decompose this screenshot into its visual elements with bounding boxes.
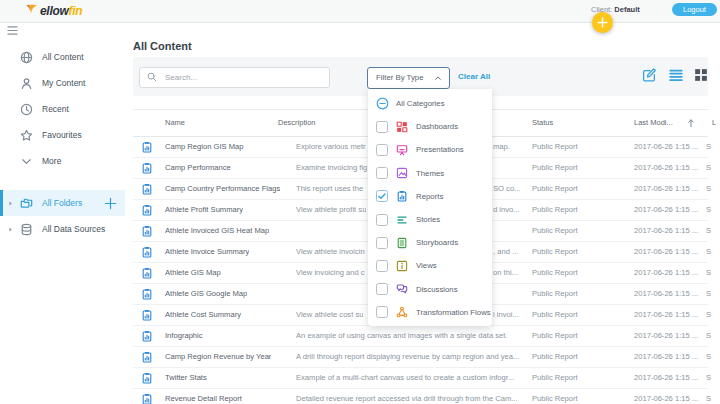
clear-all-link[interactable]: Clear All [458, 72, 490, 81]
row-description: View invoicing and c [296, 263, 365, 283]
checkbox-transformation-flows[interactable] [376, 306, 388, 318]
star-icon [20, 129, 33, 142]
sidebar: All ContentMy ContentRecentFavouritesMor… [0, 44, 125, 242]
edit-pencil-icon[interactable] [642, 68, 656, 82]
sidebar-item-favourites[interactable]: Favourites [0, 122, 125, 148]
sidebar-item-all-data-sources[interactable]: All Data Sources [0, 216, 125, 242]
sort-ascending-icon[interactable] [686, 118, 696, 128]
checkbox-reports[interactable] [376, 190, 388, 202]
filter-option-label: Transformation Flows [416, 308, 491, 317]
table-row[interactable]: Twitter StatsExample of a multi-chart ca… [133, 368, 708, 389]
sidebar-item-my-content[interactable]: My Content [0, 70, 125, 96]
menu-hamburger-icon[interactable] [6, 25, 19, 36]
table-row[interactable]: Camp Region Revenue by YearA drill throu… [133, 347, 708, 368]
checkbox-views[interactable] [376, 260, 388, 272]
table-row[interactable]: InfographicAn example of using canvas an… [133, 326, 708, 347]
checkbox-themes[interactable] [376, 167, 388, 179]
column-header-last-modified[interactable]: Last Modi... [634, 110, 673, 136]
filter-option-reports[interactable]: Reports [368, 185, 492, 208]
filter-by-type-dropdown-panel: All CategoriesDashboardsPresentationsThe… [368, 89, 492, 326]
row-extra-truncated: S [706, 326, 711, 346]
row-extra-truncated: S [706, 368, 711, 388]
column-header-description[interactable]: Description [278, 110, 316, 136]
filter-option-label: Storyboards [416, 238, 458, 247]
dashboards-icon [396, 121, 408, 133]
filter-option-label: Dashboards [416, 122, 458, 131]
grid-view-icon[interactable] [694, 68, 708, 82]
filter-option-label: Discussions [416, 285, 458, 294]
column-header-truncated[interactable]: L [712, 110, 716, 136]
views-icon [396, 260, 408, 272]
sidebar-item-label: All Content [42, 52, 84, 62]
yellowfin-logo-icon [24, 3, 39, 19]
row-extra-truncated: S [706, 347, 711, 367]
all-categories-indeterminate-icon[interactable] [376, 97, 389, 110]
row-name: Camp Performance [165, 158, 231, 178]
row-last-modified: 2017-06-26 1:15 ... [634, 158, 698, 178]
row-name: Twitter Stats [165, 368, 207, 388]
sidebar-item-all-folders[interactable]: All Folders [0, 190, 125, 216]
yellowfin-app: ellow fin Client: Default Logout All Con… [0, 0, 720, 404]
row-last-modified: 2017-06-26 1:15 ... [634, 242, 698, 262]
filter-option-presentations[interactable]: Presentations [368, 138, 492, 161]
filter-option-label: Stories [416, 215, 440, 224]
row-last-modified: 2017-06-26 1:15 ... [634, 305, 698, 325]
row-description-tail: d invo... [493, 200, 520, 220]
report-icon [141, 309, 153, 321]
row-extra-truncated: S [706, 263, 711, 283]
row-description: View athlete cost su [296, 305, 363, 325]
search-icon [147, 72, 157, 82]
table-row[interactable]: Revenue Detail ReportDetailed revenue re… [133, 389, 708, 404]
transformation-flows-icon [396, 306, 408, 318]
globe-icon [20, 51, 33, 64]
stories-icon [396, 214, 408, 226]
report-icon [141, 225, 153, 237]
discussions-icon [396, 283, 408, 295]
row-extra-truncated: S [706, 242, 711, 262]
row-status: Public Report [532, 347, 578, 367]
filter-option-dashboards[interactable]: Dashboards [368, 115, 492, 138]
checkbox-presentations[interactable] [376, 144, 388, 156]
list-view-icon[interactable] [669, 68, 683, 82]
filter-by-type-dropdown-button[interactable]: Filter By Type [367, 67, 450, 89]
search-box[interactable] [139, 67, 330, 88]
column-header-status[interactable]: Status [532, 110, 553, 136]
checkbox-discussions[interactable] [376, 283, 388, 295]
row-last-modified: 2017-06-26 1:15 ... [634, 221, 698, 241]
filter-option-themes[interactable]: Themes [368, 162, 492, 185]
sidebar-item-recent[interactable]: Recent [0, 96, 125, 122]
filter-option-stories[interactable]: Stories [368, 208, 492, 231]
row-description: This report uses the [296, 179, 363, 199]
row-extra-truncated: S [706, 221, 711, 241]
row-description: Detailed revenue report accessed via dri… [296, 389, 518, 404]
checkbox-dashboards[interactable] [376, 121, 388, 133]
logo-text-dark: ellow [40, 4, 69, 18]
column-header-name[interactable]: Name [165, 110, 185, 136]
row-description: View athlete invoicin [296, 242, 365, 262]
filter-option-transformation-flows[interactable]: Transformation Flows [368, 301, 492, 324]
row-extra-truncated: S [706, 284, 711, 304]
sidebar-item-label: All Folders [42, 198, 82, 208]
logout-button[interactable]: Logout [672, 3, 717, 16]
search-input[interactable] [163, 68, 327, 87]
row-last-modified: 2017-06-26 1:15 ... [634, 284, 698, 304]
checkbox-storyboards[interactable] [376, 237, 388, 249]
filter-option-all-categories[interactable]: All Categories [368, 92, 492, 115]
report-icon [141, 141, 153, 153]
row-description: Explore various metr [296, 137, 366, 157]
checkbox-stories[interactable] [376, 214, 388, 226]
report-icon [141, 162, 153, 174]
caret-right-icon [7, 226, 14, 233]
sidebar-item-more[interactable]: More [0, 148, 125, 174]
sidebar-item-label: Recent [42, 104, 69, 114]
add-content-fab-button[interactable] [592, 12, 613, 33]
row-description: Examine invoicing fig [296, 158, 367, 178]
yellowfin-logo[interactable]: ellow fin [24, 2, 82, 20]
add-folder-button[interactable] [104, 197, 117, 210]
filter-option-views[interactable]: Views [368, 254, 492, 277]
row-description: A drill through report displaying revenu… [296, 347, 519, 367]
filter-option-discussions[interactable]: Discussions [368, 278, 492, 301]
row-name: Camp Country Performance Flags [165, 179, 280, 199]
sidebar-item-all-content[interactable]: All Content [0, 44, 125, 70]
filter-option-storyboards[interactable]: Storyboards [368, 231, 492, 254]
